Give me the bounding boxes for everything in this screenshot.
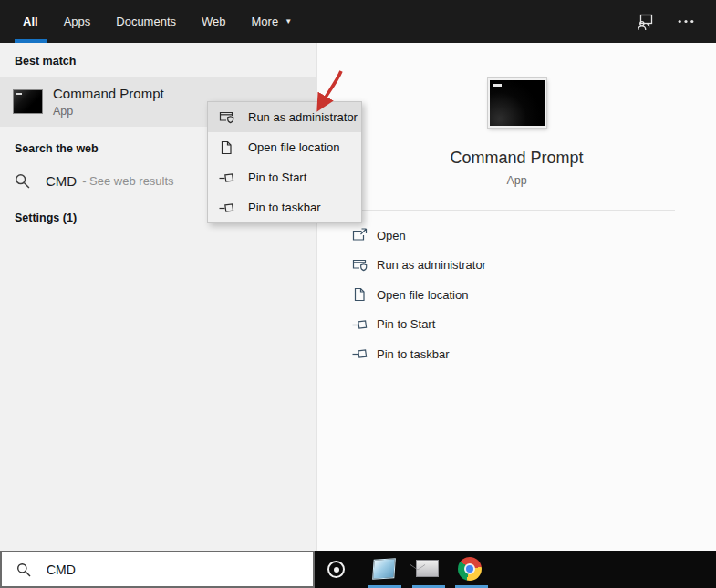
chevron-down-icon: ▼ [285,17,292,26]
action-pin-to-start-label: Pin to Start [377,317,435,331]
tab-more-label: More [252,15,279,28]
chrome-icon[interactable] [458,557,483,581]
open-file-location-icon [219,139,235,155]
best-match-title: Command Prompt [53,86,164,101]
search-icon [16,562,31,577]
pin-icon [219,200,235,215]
mail-icon[interactable] [415,557,440,581]
pin-icon [352,346,368,362]
menu-item-open-file-location-label: Open file location [248,140,339,154]
tab-web-label: Web [202,15,226,28]
pin-icon [352,316,368,332]
action-pin-to-taskbar[interactable]: Pin to taskbar [317,339,716,369]
web-query-text: CMD [46,173,77,189]
open-icon [352,228,368,243]
menu-item-pin-to-start-label: Pin to Start [248,170,306,184]
search-filter-tabs: All Apps Documents Web More ▼ [0,0,292,43]
search-icon [15,173,30,189]
best-match-subtitle: App [53,105,164,118]
action-open[interactable]: Open [317,221,716,251]
tab-all[interactable]: All [23,0,38,43]
action-open-label: Open [377,229,406,242]
run-as-admin-icon [352,257,368,273]
action-open-file-location-label: Open file location [377,288,468,302]
open-file-location-icon [352,287,368,303]
menu-item-run-as-administrator[interactable]: Run as administrator [208,102,361,132]
action-run-as-administrator-label: Run as administrator [377,258,486,272]
command-prompt-icon-large [488,78,546,128]
cortana-icon[interactable] [327,561,345,578]
best-match-header: Best match [0,43,316,67]
run-as-admin-icon [219,109,235,125]
menu-item-open-file-location[interactable]: Open file location [208,132,361,162]
context-menu: Run as administrator Open file location … [207,101,362,223]
search-topbar: All Apps Documents Web More ▼ [0,0,716,43]
menu-item-run-as-administrator-label: Run as administrator [248,110,358,124]
tab-documents[interactable]: Documents [116,0,176,43]
menu-item-pin-to-start[interactable]: Pin to Start [208,162,361,192]
pin-icon [219,170,235,185]
command-prompt-icon [13,89,43,114]
search-input-value: CMD [47,562,76,577]
feedback-icon[interactable] [636,13,654,31]
menu-item-pin-to-taskbar[interactable]: Pin to taskbar [208,192,361,222]
preview-app-title: Command Prompt [317,149,716,168]
tab-web[interactable]: Web [202,0,226,43]
preview-panel: Command Prompt App Open Run as administr… [316,43,716,551]
preview-app-subtitle: App [317,174,716,187]
tab-documents-label: Documents [116,15,176,28]
tab-apps[interactable]: Apps [64,0,91,43]
preview-divider [358,210,675,211]
tab-apps-label: Apps [64,15,91,28]
menu-item-pin-to-taskbar-label: Pin to taskbar [248,201,321,214]
action-pin-to-taskbar-label: Pin to taskbar [377,347,450,361]
preview-actions: Open Run as administrator Open file loca… [317,221,716,369]
taskbar [315,551,716,588]
action-run-as-administrator[interactable]: Run as administrator [317,251,716,281]
tab-more[interactable]: More ▼ [252,0,293,43]
action-open-file-location[interactable]: Open file location [317,280,716,310]
ellipsis-icon[interactable] [678,19,694,24]
web-query-suffix: - See web results [82,174,173,188]
file-explorer-icon[interactable] [371,557,396,581]
tab-all-label: All [23,15,38,28]
action-pin-to-start[interactable]: Pin to Start [317,310,716,340]
taskbar-search-box[interactable]: CMD [0,551,315,588]
windows-search-screen: { "topbar": { "tabs": [ { "label": "All"… [0,0,716,588]
